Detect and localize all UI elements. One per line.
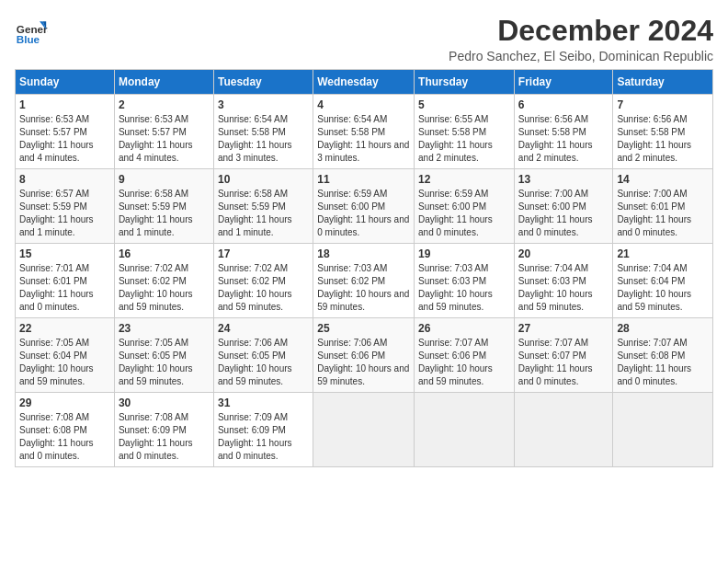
day-number: 18 [317,247,410,260]
calendar-cell: 13Sunrise: 7:00 AM Sunset: 6:00 PM Dayli… [514,169,613,244]
day-info: Sunrise: 7:06 AM Sunset: 6:05 PM Dayligh… [218,337,309,388]
day-info: Sunrise: 7:02 AM Sunset: 6:02 PM Dayligh… [218,262,309,314]
day-number: 27 [518,322,609,335]
day-info: Sunrise: 7:00 AM Sunset: 6:00 PM Dayligh… [518,188,609,239]
main-title: December 2024 [449,15,713,47]
calendar-cell: 3Sunrise: 6:54 AM Sunset: 5:58 PM Daylig… [213,95,313,169]
calendar-cell: 4Sunrise: 6:54 AM Sunset: 5:58 PM Daylig… [313,95,415,169]
days-of-week-row: SundayMondayTuesdayWednesdayThursdayFrid… [16,70,713,95]
calendar: SundayMondayTuesdayWednesdayThursdayFrid… [15,69,713,467]
day-info: Sunrise: 6:53 AM Sunset: 5:57 PM Dayligh… [19,113,110,165]
calendar-cell: 24Sunrise: 7:06 AM Sunset: 6:05 PM Dayli… [213,318,313,393]
calendar-body: 1Sunrise: 6:53 AM Sunset: 5:57 PM Daylig… [16,95,713,467]
calendar-cell: 17Sunrise: 7:02 AM Sunset: 6:02 PM Dayli… [213,244,313,318]
day-info: Sunrise: 6:57 AM Sunset: 5:59 PM Dayligh… [19,188,110,239]
calendar-cell: 16Sunrise: 7:02 AM Sunset: 6:02 PM Dayli… [114,244,213,318]
calendar-week-row: 29Sunrise: 7:08 AM Sunset: 6:08 PM Dayli… [16,393,713,467]
svg-text:Blue: Blue [17,33,40,45]
dow-header: Thursday [415,70,515,95]
calendar-cell [415,393,515,467]
day-number: 31 [218,396,309,409]
day-number: 16 [119,247,210,260]
day-info: Sunrise: 6:54 AM Sunset: 5:58 PM Dayligh… [317,113,410,165]
day-info: Sunrise: 7:07 AM Sunset: 6:08 PM Dayligh… [617,337,709,388]
day-info: Sunrise: 6:56 AM Sunset: 5:58 PM Dayligh… [518,113,609,165]
day-number: 8 [19,173,110,186]
day-info: Sunrise: 7:05 AM Sunset: 6:04 PM Dayligh… [19,337,110,388]
day-number: 29 [19,396,110,409]
day-info: Sunrise: 6:54 AM Sunset: 5:58 PM Dayligh… [218,113,309,165]
day-info: Sunrise: 7:05 AM Sunset: 6:05 PM Dayligh… [119,337,210,388]
calendar-cell: 31Sunrise: 7:09 AM Sunset: 6:09 PM Dayli… [213,393,313,467]
header: General Blue December 2024 Pedro Sanchez… [15,15,713,63]
calendar-cell: 11Sunrise: 6:59 AM Sunset: 6:00 PM Dayli… [313,169,415,244]
day-number: 10 [218,173,309,186]
day-info: Sunrise: 7:02 AM Sunset: 6:02 PM Dayligh… [119,262,210,314]
title-block: December 2024 Pedro Sanchez, El Seibo, D… [449,15,713,63]
day-number: 1 [19,98,110,111]
day-number: 24 [218,322,309,335]
calendar-cell: 6Sunrise: 6:56 AM Sunset: 5:58 PM Daylig… [514,95,613,169]
logo: General Blue [15,15,48,48]
day-number: 3 [218,98,309,111]
day-number: 30 [119,396,210,409]
day-number: 7 [617,98,709,111]
calendar-cell [514,393,613,467]
day-number: 14 [617,173,709,186]
day-number: 22 [19,322,110,335]
day-number: 11 [317,173,410,186]
calendar-cell: 25Sunrise: 7:06 AM Sunset: 6:06 PM Dayli… [313,318,415,393]
day-info: Sunrise: 7:03 AM Sunset: 6:02 PM Dayligh… [317,262,410,314]
day-number: 5 [418,98,510,111]
day-info: Sunrise: 7:08 AM Sunset: 6:09 PM Dayligh… [119,411,210,463]
calendar-cell: 2Sunrise: 6:53 AM Sunset: 5:57 PM Daylig… [114,95,213,169]
calendar-cell: 27Sunrise: 7:07 AM Sunset: 6:07 PM Dayli… [514,318,613,393]
dow-header: Friday [514,70,613,95]
day-info: Sunrise: 7:04 AM Sunset: 6:04 PM Dayligh… [617,262,709,314]
calendar-cell: 29Sunrise: 7:08 AM Sunset: 6:08 PM Dayli… [16,393,115,467]
day-info: Sunrise: 7:08 AM Sunset: 6:08 PM Dayligh… [19,411,110,463]
calendar-cell: 9Sunrise: 6:58 AM Sunset: 5:59 PM Daylig… [114,169,213,244]
day-info: Sunrise: 6:58 AM Sunset: 5:59 PM Dayligh… [119,188,210,239]
logo-icon: General Blue [15,15,48,48]
day-info: Sunrise: 6:56 AM Sunset: 5:58 PM Dayligh… [617,113,709,165]
dow-header: Monday [114,70,213,95]
day-info: Sunrise: 6:53 AM Sunset: 5:57 PM Dayligh… [119,113,210,165]
dow-header: Saturday [613,70,713,95]
day-number: 19 [418,247,510,260]
calendar-week-row: 15Sunrise: 7:01 AM Sunset: 6:01 PM Dayli… [16,244,713,318]
day-info: Sunrise: 7:01 AM Sunset: 6:01 PM Dayligh… [19,262,110,314]
calendar-cell: 8Sunrise: 6:57 AM Sunset: 5:59 PM Daylig… [16,169,115,244]
day-number: 17 [218,247,309,260]
calendar-cell: 26Sunrise: 7:07 AM Sunset: 6:06 PM Dayli… [415,318,515,393]
day-info: Sunrise: 7:03 AM Sunset: 6:03 PM Dayligh… [418,262,510,314]
calendar-cell: 12Sunrise: 6:59 AM Sunset: 6:00 PM Dayli… [415,169,515,244]
day-number: 4 [317,98,410,111]
calendar-cell: 21Sunrise: 7:04 AM Sunset: 6:04 PM Dayli… [613,244,713,318]
subtitle: Pedro Sanchez, El Seibo, Dominican Repub… [449,49,713,63]
day-number: 9 [119,173,210,186]
day-info: Sunrise: 6:58 AM Sunset: 5:59 PM Dayligh… [218,188,309,239]
day-number: 28 [617,322,709,335]
dow-header: Sunday [16,70,115,95]
day-info: Sunrise: 6:59 AM Sunset: 6:00 PM Dayligh… [317,188,410,239]
day-number: 23 [119,322,210,335]
calendar-week-row: 1Sunrise: 6:53 AM Sunset: 5:57 PM Daylig… [16,95,713,169]
day-number: 21 [617,247,709,260]
day-info: Sunrise: 7:09 AM Sunset: 6:09 PM Dayligh… [218,411,309,463]
day-info: Sunrise: 7:06 AM Sunset: 6:06 PM Dayligh… [317,337,410,388]
calendar-cell: 18Sunrise: 7:03 AM Sunset: 6:02 PM Dayli… [313,244,415,318]
day-number: 20 [518,247,609,260]
calendar-cell: 1Sunrise: 6:53 AM Sunset: 5:57 PM Daylig… [16,95,115,169]
calendar-cell [313,393,415,467]
calendar-cell: 28Sunrise: 7:07 AM Sunset: 6:08 PM Dayli… [613,318,713,393]
calendar-week-row: 8Sunrise: 6:57 AM Sunset: 5:59 PM Daylig… [16,169,713,244]
calendar-cell: 7Sunrise: 6:56 AM Sunset: 5:58 PM Daylig… [613,95,713,169]
day-number: 6 [518,98,609,111]
calendar-cell: 19Sunrise: 7:03 AM Sunset: 6:03 PM Dayli… [415,244,515,318]
day-number: 12 [418,173,510,186]
calendar-cell: 5Sunrise: 6:55 AM Sunset: 5:58 PM Daylig… [415,95,515,169]
day-number: 2 [119,98,210,111]
dow-header: Wednesday [313,70,415,95]
day-number: 26 [418,322,510,335]
